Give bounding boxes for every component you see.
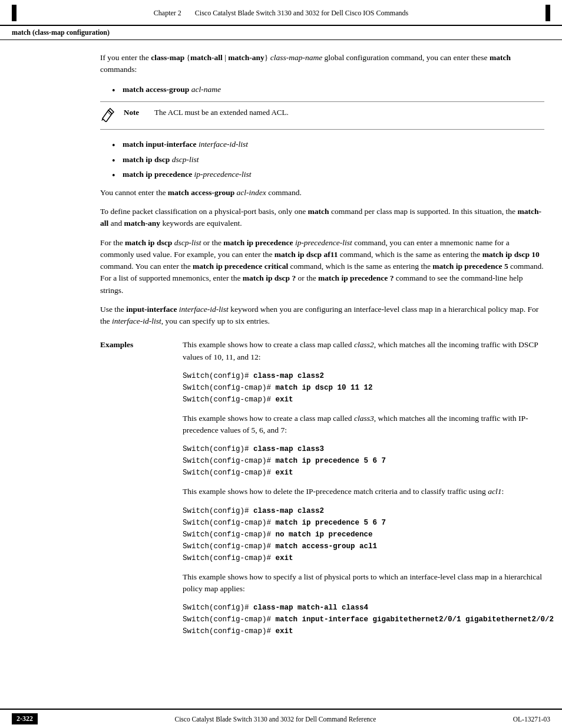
page-footer: 2-322 Cisco Catalyst Blade Switch 3130 a… xyxy=(0,709,562,728)
footer-right: OL-13271-03 xyxy=(513,716,550,723)
header-title: Cisco Catalyst Blade Switch 3130 and 303… xyxy=(195,9,408,17)
para-3: To define packet classification on a phy… xyxy=(100,206,544,230)
note-icon xyxy=(100,108,118,124)
example2-intro: This example shows how to create a class… xyxy=(183,413,554,437)
bullet-item-input-interface: match input-interface interface-id-list xyxy=(112,138,544,151)
bullet-item-ip-precedence: match ip precedence ip-precedence-list xyxy=(112,168,544,181)
example3-code: Switch(config)# class-map class2 Switch(… xyxy=(183,505,554,564)
page-number: 2-322 xyxy=(12,713,38,724)
bullet-list-2: match input-interface interface-id-list … xyxy=(112,138,544,181)
sub-header-text: match (class-map configuration) xyxy=(12,28,110,37)
bullet-item-1: match access-group acl-name xyxy=(112,83,544,96)
example2-code: Switch(config)# class-map class3 Switch(… xyxy=(183,443,554,479)
header-chapter-info: Chapter 2 Cisco Catalyst Blade Switch 31… xyxy=(16,9,546,18)
para-4: For the match ip dscp dscp-list or the m… xyxy=(100,237,544,297)
chapter-label: Chapter 2 xyxy=(154,9,181,17)
example1-intro: This example shows how to create a class… xyxy=(183,339,554,363)
para-5: Use the input-interface interface-id-lis… xyxy=(100,304,544,328)
header-left-rule xyxy=(12,5,16,21)
bullet-item-ip-dscp: match ip dscp dscp-list xyxy=(112,153,544,166)
sub-header: match (class-map configuration) xyxy=(0,26,562,40)
intro-paragraph: If you enter the class-map {match-all | … xyxy=(100,52,544,76)
example3-intro: This example shows how to delete the IP-… xyxy=(183,486,554,498)
main-content: If you enter the class-map {match-all | … xyxy=(0,40,562,656)
footer-title: Cisco Catalyst Blade Switch 3130 and 303… xyxy=(38,716,513,723)
page-header: Chapter 2 Cisco Catalyst Blade Switch 31… xyxy=(0,0,562,26)
example1-code: Switch(config)# class-map class2 Switch(… xyxy=(183,370,554,406)
example4-intro: This example shows how to specify a list… xyxy=(183,571,554,595)
examples-label: Examples xyxy=(100,339,183,644)
header-right-rule xyxy=(546,5,550,21)
note-label: Note xyxy=(124,108,147,117)
note-text: The ACL must be an extended named ACL. xyxy=(154,107,544,118)
example4-code: Switch(config)# class-map match-all clas… xyxy=(183,602,554,637)
bullet-list-1: match access-group acl-name xyxy=(112,83,544,96)
note-box: Note The ACL must be an extended named A… xyxy=(100,101,544,130)
examples-body: This example shows how to create a class… xyxy=(183,339,554,644)
examples-section: Examples This example shows how to creat… xyxy=(100,339,544,644)
para-2: You cannot enter the match access-group … xyxy=(100,187,544,199)
